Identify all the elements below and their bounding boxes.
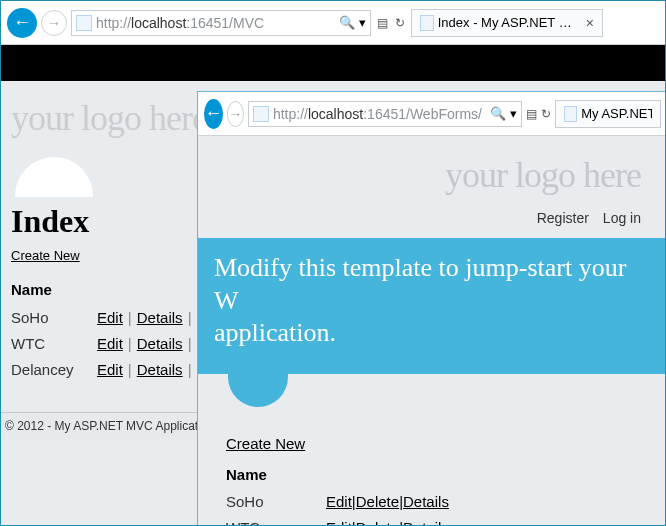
- details-link[interactable]: Details: [403, 519, 449, 526]
- page-icon: [564, 106, 577, 122]
- details-link[interactable]: Details: [137, 309, 183, 326]
- delete-link[interactable]: Delete: [356, 519, 399, 526]
- table-row: WTC Edit| Delete| Details: [226, 515, 647, 527]
- page-icon: [420, 15, 434, 31]
- auth-links: Register Log in: [537, 210, 641, 226]
- url-text: http://localhost:16451/WebForms/: [273, 106, 482, 122]
- details-link[interactable]: Details: [137, 335, 183, 352]
- login-link[interactable]: Log in: [603, 210, 641, 226]
- forward-button[interactable]: →: [227, 101, 244, 127]
- table-row: SoHo Edit| Delete| Details: [226, 489, 647, 515]
- details-link[interactable]: Details: [137, 361, 183, 378]
- search-icon[interactable]: 🔍: [339, 15, 355, 30]
- create-new-link[interactable]: Create New: [226, 435, 305, 452]
- address-bar[interactable]: http://localhost:16451/WebForms/ 🔍 ▾: [248, 101, 522, 127]
- address-bar[interactable]: http://localhost:16451/MVC 🔍 ▾: [71, 10, 371, 36]
- edit-link[interactable]: Edit: [326, 519, 352, 526]
- edit-link[interactable]: Edit: [97, 335, 123, 352]
- name-cell: Delancey: [11, 361, 97, 378]
- url-text: http://localhost:16451/MVC: [96, 15, 264, 31]
- black-nav-bar: [1, 45, 666, 81]
- browser-tab[interactable]: Index - My ASP.NET MVC A... ×: [411, 9, 603, 37]
- close-icon[interactable]: ×: [586, 15, 594, 31]
- column-header: Name: [226, 466, 647, 483]
- browser-window-front: ← → http://localhost:16451/WebForms/ 🔍 ▾…: [197, 91, 666, 526]
- edit-link[interactable]: Edit: [97, 361, 123, 378]
- delete-link[interactable]: Delete: [356, 493, 399, 510]
- refresh-icon[interactable]: ↻: [541, 107, 551, 121]
- register-link[interactable]: Register: [537, 210, 589, 226]
- hero-banner: Modify this template to jump-start your …: [198, 238, 666, 374]
- browser-chrome: ← → http://localhost:16451/WebForms/ 🔍 ▾…: [198, 92, 666, 136]
- name-cell: WTC: [11, 335, 97, 352]
- decorative-bubble: [228, 373, 288, 407]
- search-icon[interactable]: 🔍: [490, 106, 506, 121]
- page-icon: [76, 15, 92, 31]
- compat-icon[interactable]: ▤: [526, 107, 537, 121]
- browser-chrome: ← → http://localhost:16451/MVC 🔍 ▾ ▤ ↻ I…: [1, 1, 666, 45]
- data-table: Create New Name SoHo Edit| Delete| Detai…: [198, 407, 666, 527]
- details-link[interactable]: Details: [403, 493, 449, 510]
- tab-title: Index - My ASP.NET MVC A...: [438, 15, 582, 30]
- compat-icon[interactable]: ▤: [375, 16, 389, 30]
- browser-tab[interactable]: My ASP.NET M: [555, 100, 661, 128]
- refresh-icon[interactable]: ↻: [393, 16, 407, 30]
- name-cell: SoHo: [11, 309, 97, 326]
- edit-link[interactable]: Edit: [326, 493, 352, 510]
- forward-button[interactable]: →: [41, 10, 67, 36]
- create-new-link[interactable]: Create New: [11, 248, 80, 263]
- edit-link[interactable]: Edit: [97, 309, 123, 326]
- back-button[interactable]: ←: [204, 99, 223, 129]
- page-icon: [253, 106, 269, 122]
- tab-title: My ASP.NET M: [581, 106, 652, 121]
- name-cell: WTC: [226, 519, 326, 526]
- logo-text: your logo here: [445, 154, 641, 196]
- decorative-bubble: [15, 157, 93, 197]
- name-cell: SoHo: [226, 493, 326, 510]
- back-button[interactable]: ←: [7, 8, 37, 38]
- page-content: your logo here Register Log in Modify th…: [198, 136, 666, 526]
